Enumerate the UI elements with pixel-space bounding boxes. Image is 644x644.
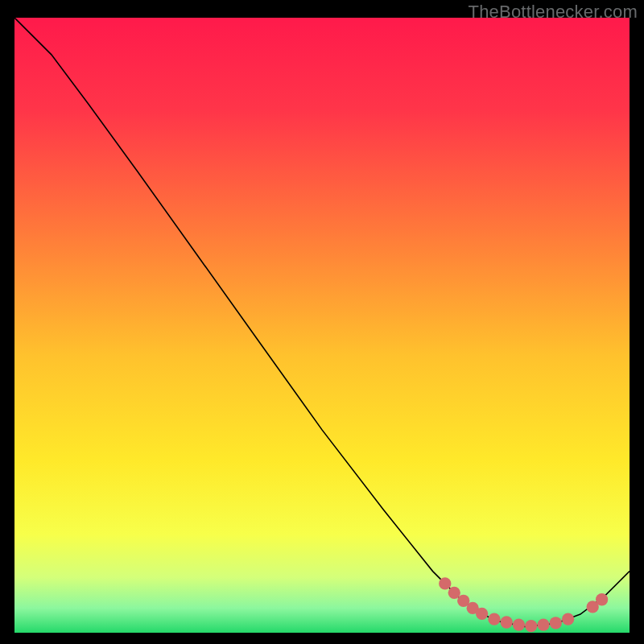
gradient-background bbox=[14, 18, 630, 633]
bottleneck-curve-chart bbox=[14, 18, 630, 633]
chart-plot-area bbox=[14, 18, 630, 633]
data-point bbox=[476, 608, 488, 620]
chart-frame: TheBottlenecker.com bbox=[0, 0, 644, 644]
data-point bbox=[513, 618, 525, 630]
data-point bbox=[525, 620, 537, 632]
data-point bbox=[488, 613, 500, 625]
data-point bbox=[439, 577, 451, 589]
data-point bbox=[501, 616, 513, 628]
data-point bbox=[550, 617, 562, 629]
data-point bbox=[596, 593, 608, 605]
data-point bbox=[562, 613, 574, 625]
data-point bbox=[537, 618, 549, 630]
